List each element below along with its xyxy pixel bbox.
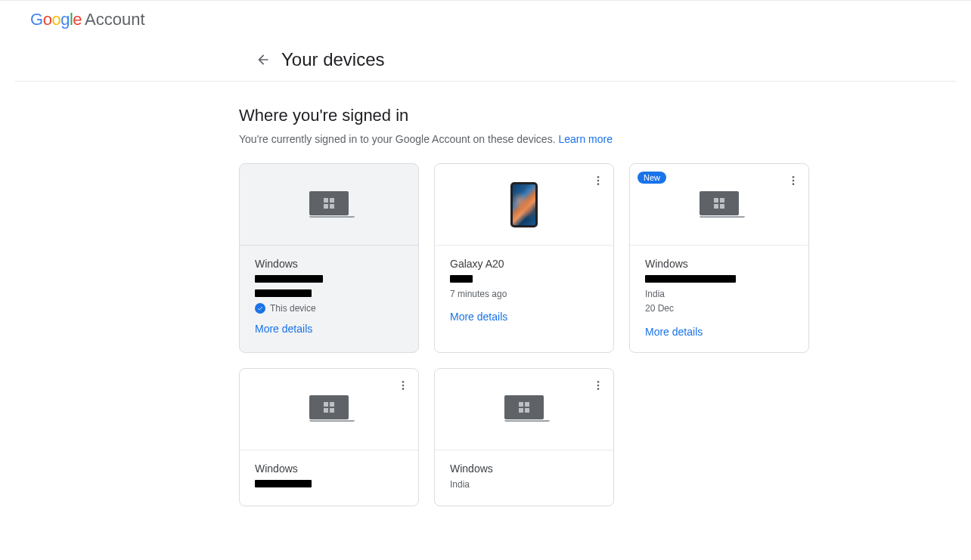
google-logo: Google [30, 10, 82, 29]
device-info: Windows [240, 450, 418, 506]
device-image-area [240, 369, 418, 450]
redacted-text [645, 275, 736, 283]
phone-icon [510, 182, 538, 227]
more-menu-button[interactable] [589, 172, 607, 190]
device-card[interactable]: New Windows India 20 Dec More details [629, 163, 809, 353]
more-details-link[interactable]: More details [450, 311, 507, 323]
svg-point-2 [597, 183, 600, 185]
more-details-link[interactable]: More details [255, 323, 312, 335]
page-subheader: Your devices [15, 39, 956, 82]
device-info: Windows India 20 Dec More details [630, 246, 808, 352]
device-info: Windows India [435, 450, 613, 506]
more-details-link[interactable]: More details [645, 326, 703, 338]
device-info: Galaxy A20 7 minutes ago More details [435, 246, 613, 337]
svg-point-10 [597, 384, 600, 386]
logo-account-text: Account [85, 10, 145, 29]
device-meta: 7 minutes ago [450, 273, 598, 302]
windows-laptop-icon [700, 191, 739, 218]
app-header: Google Account [0, 1, 971, 39]
windows-laptop-icon [309, 395, 349, 422]
device-image-area [435, 164, 613, 246]
this-device-indicator: This device [255, 303, 403, 314]
svg-point-0 [597, 176, 600, 178]
svg-point-3 [793, 176, 795, 178]
svg-point-4 [793, 180, 795, 182]
svg-point-11 [597, 388, 600, 390]
device-name: Galaxy A20 [450, 258, 598, 270]
back-arrow-icon[interactable] [254, 51, 272, 69]
device-meta: India 20 Dec [645, 273, 793, 317]
redacted-text [255, 275, 323, 283]
device-image-area: New [630, 164, 808, 246]
check-badge-icon [255, 303, 265, 314]
svg-point-9 [597, 381, 600, 383]
more-menu-button[interactable] [784, 172, 802, 190]
device-meta [255, 478, 403, 492]
device-card[interactable]: Windows India [434, 368, 614, 506]
device-card[interactable]: Windows [239, 368, 419, 506]
device-name: Windows [255, 463, 403, 475]
svg-point-8 [402, 388, 405, 390]
device-name: Windows [645, 258, 793, 270]
devices-grid: Windows This device More details [239, 163, 832, 506]
device-card[interactable]: Windows This device More details [239, 163, 419, 353]
more-menu-button[interactable] [589, 376, 607, 394]
svg-point-7 [402, 384, 405, 386]
redacted-text [255, 289, 312, 297]
learn-more-link[interactable]: Learn more [558, 133, 613, 145]
main-content: Where you're signed in You're currently … [0, 82, 832, 506]
device-card[interactable]: Galaxy A20 7 minutes ago More details [434, 163, 614, 353]
page-title: Your devices [281, 49, 385, 70]
redacted-text [255, 480, 312, 487]
more-menu-button[interactable] [394, 376, 412, 394]
device-info: Windows This device More details [240, 246, 418, 349]
svg-point-5 [793, 183, 795, 185]
device-name: Windows [255, 258, 403, 270]
device-image-area [435, 369, 613, 450]
redacted-text [450, 275, 473, 283]
section-title: Where you're signed in [239, 106, 832, 125]
windows-laptop-icon [309, 191, 349, 218]
svg-point-1 [597, 180, 600, 182]
section-description: You're currently signed in to your Googl… [239, 133, 832, 145]
svg-point-6 [402, 381, 405, 383]
device-name: Windows [450, 463, 598, 475]
device-image-area [240, 164, 418, 246]
device-meta [255, 273, 403, 302]
new-badge: New [638, 172, 666, 184]
windows-laptop-icon [504, 395, 544, 422]
device-meta: India [450, 478, 598, 492]
